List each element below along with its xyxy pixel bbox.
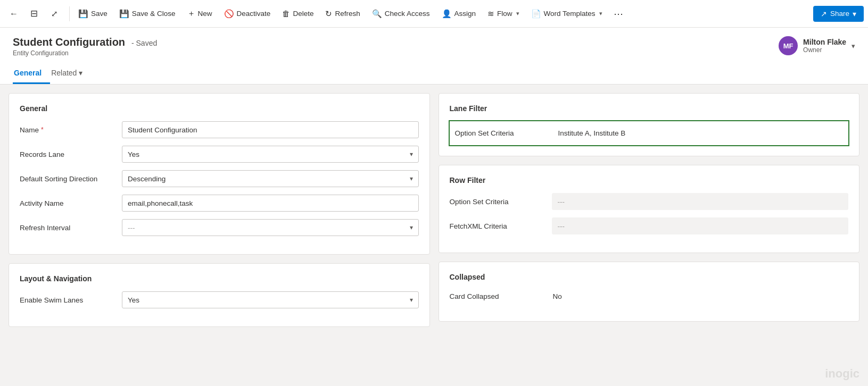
field-records-lane-row: Records Lane Yes ▾ (20, 146, 419, 163)
assign-icon: 👤 (442, 9, 452, 19)
separator-1 (69, 6, 70, 21)
lane-filter-section: Lane Filter Option Set Criteria Institut… (439, 93, 860, 156)
left-column: General Name * Student Configuration Rec… (9, 93, 430, 327)
field-lane-option-set-label: Option Set Criteria (455, 129, 551, 137)
field-refresh-interval-select[interactable]: --- ▾ (122, 219, 419, 236)
back-button[interactable]: ← (4, 4, 23, 23)
records-lane-chevron-icon: ▾ (410, 150, 413, 158)
owner-chevron-icon[interactable]: ▾ (852, 42, 855, 50)
back-icon: ← (10, 9, 18, 19)
tab-related[interactable]: Related ▾ (50, 63, 91, 84)
field-refresh-interval-value: --- (128, 224, 135, 232)
delete-label: Delete (293, 10, 313, 18)
flow-icon: ≋ (487, 9, 494, 19)
field-card-collapsed-value: No (552, 290, 849, 303)
right-column: Lane Filter Option Set Criteria Institut… (439, 93, 860, 327)
field-swim-lanes-select[interactable]: Yes ▾ (122, 291, 419, 308)
toolbar: ← ⊟ ⤢ 💾 Save 💾 Save & Close ＋ New 🚫 Deac… (0, 0, 868, 28)
field-lane-option-set-row: Option Set Criteria Institute A, Institu… (449, 120, 850, 146)
share-label: Share (830, 10, 849, 18)
word-templates-label: Word Templates (544, 10, 596, 18)
word-templates-button[interactable]: 📄 Word Templates ▾ (526, 6, 608, 22)
save-close-button[interactable]: 💾 Save & Close (114, 6, 181, 22)
word-templates-icon: 📄 (531, 9, 541, 19)
field-refresh-interval-row: Refresh Interval --- ▾ (20, 219, 419, 236)
layout-navigation-section-title: Layout & Navigation (20, 274, 419, 283)
share-button[interactable]: ↗ Share ▾ (813, 6, 864, 22)
word-templates-dropdown-arrow: ▾ (599, 10, 602, 17)
deactivate-button[interactable]: 🚫 Deactivate (219, 6, 276, 22)
owner-info: Milton Flake Owner (803, 38, 846, 54)
refresh-label: Refresh (335, 10, 360, 18)
field-fetchxml-label: FetchXML Criteria (450, 222, 545, 230)
row-filter-section: Row Filter Option Set Criteria --- Fetch… (439, 165, 860, 253)
save-icon: 💾 (78, 9, 88, 19)
field-name-value[interactable]: Student Configuration (122, 121, 419, 138)
field-fetchxml-row: FetchXML Criteria --- (450, 217, 849, 234)
field-swim-lanes-value: Yes (128, 296, 139, 304)
refresh-interval-chevron-icon: ▾ (410, 224, 413, 231)
field-fetchxml-value[interactable]: --- (552, 217, 849, 234)
more-icon: ⋯ (614, 8, 623, 20)
field-lane-option-set-value[interactable]: Institute A, Institute B (557, 127, 844, 140)
required-star: * (41, 126, 44, 133)
field-records-lane-select[interactable]: Yes ▾ (122, 146, 419, 163)
field-activity-name-row: Activity Name email,phonecall,task (20, 195, 419, 212)
tabs: General Related ▾ (13, 63, 855, 84)
page-subtitle: Entity Configuration (13, 49, 157, 57)
refresh-button[interactable]: ↻ Refresh (320, 6, 365, 22)
row-filter-section-title: Row Filter (450, 176, 849, 184)
owner-name: Milton Flake (803, 38, 846, 46)
general-section-title: General (20, 104, 419, 113)
new-icon: ＋ (187, 9, 195, 19)
field-activity-name-value[interactable]: email,phonecall,task (122, 195, 419, 212)
field-activity-name-label: Activity Name (20, 199, 115, 207)
history-button[interactable]: ⊟ (24, 4, 44, 23)
field-name-row: Name * Student Configuration (20, 121, 419, 138)
share-icon: ↗ (821, 10, 827, 18)
tab-general[interactable]: General (13, 63, 50, 84)
tab-general-label: General (14, 69, 42, 77)
nav-icons: ← ⊟ ⤢ (4, 4, 64, 23)
page-title: Student Configuration (13, 36, 125, 48)
swim-lanes-chevron-icon: ▾ (410, 296, 413, 304)
field-refresh-interval-label: Refresh Interval (20, 224, 115, 232)
check-access-icon: 🔍 (372, 9, 382, 19)
main-content: General Name * Student Configuration Rec… (0, 85, 868, 335)
delete-button[interactable]: 🗑 Delete (277, 6, 319, 21)
check-access-button[interactable]: 🔍 Check Access (367, 6, 435, 22)
field-sorting-direction-select[interactable]: Descending ▾ (122, 170, 419, 187)
more-options-button[interactable]: ⋯ (609, 4, 628, 23)
collapsed-section: Collapsed Card Collapsed No (439, 262, 860, 322)
tab-related-label-group: Related ▾ (51, 69, 82, 77)
save-button[interactable]: 💾 Save (73, 6, 113, 22)
field-row-option-set-value[interactable]: --- (552, 193, 849, 210)
newtab-icon: ⤢ (51, 9, 58, 19)
page-saved-badge: - Saved (131, 39, 157, 47)
related-chevron-icon: ▾ (79, 69, 82, 77)
field-sorting-direction-row: Default Sorting Direction Descending ▾ (20, 170, 419, 187)
field-swim-lanes-row: Enable Swim Lanes Yes ▾ (20, 291, 419, 308)
field-name-label: Name * (20, 126, 115, 134)
history-icon: ⊟ (30, 8, 38, 19)
collapsed-section-title: Collapsed (450, 273, 849, 281)
refresh-icon: ↻ (325, 9, 332, 19)
flow-dropdown-arrow: ▾ (516, 10, 519, 17)
assign-button[interactable]: 👤 Assign (436, 6, 482, 22)
deactivate-label: Deactivate (237, 10, 271, 18)
field-card-collapsed-row: Card Collapsed No (450, 290, 849, 303)
check-access-label: Check Access (385, 10, 430, 18)
save-label: Save (91, 10, 108, 18)
page-header: Student Configuration - Saved Entity Con… (0, 28, 868, 85)
delete-icon: 🗑 (282, 9, 290, 18)
flow-button[interactable]: ≋ Flow ▾ (482, 6, 525, 22)
lane-filter-section-title: Lane Filter (450, 104, 849, 113)
new-button[interactable]: ＋ New (182, 5, 218, 22)
owner-area: MF Milton Flake Owner ▾ (779, 36, 855, 55)
avatar: MF (779, 36, 798, 55)
assign-label: Assign (454, 10, 476, 18)
field-card-collapsed-label: Card Collapsed (450, 292, 545, 300)
newtab-button[interactable]: ⤢ (45, 4, 64, 23)
save-close-label: Save & Close (132, 10, 176, 18)
field-sorting-direction-value: Descending (128, 175, 166, 183)
